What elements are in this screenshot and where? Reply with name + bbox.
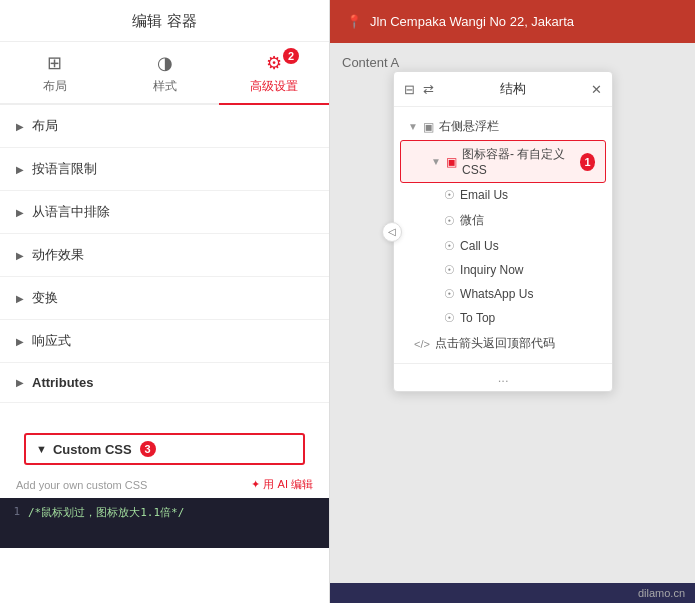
tree-label-icon-container: 图标容器- 有自定义CSS — [462, 146, 571, 177]
section-transform-label: 变换 — [32, 289, 58, 307]
location-icon: 📍 — [346, 14, 362, 29]
collapse-arrow-icon: ▼ — [36, 443, 47, 455]
advanced-badge: 2 — [283, 48, 299, 64]
tree-label-floating-sidebar: 右侧悬浮栏 — [439, 118, 499, 135]
structure-connect-icon[interactable]: ⇄ — [423, 82, 434, 97]
custom-css-badge: 3 — [140, 441, 156, 457]
tree-label-call-us: Call Us — [460, 239, 499, 253]
section-attributes[interactable]: ▶ Attributes — [0, 363, 329, 403]
bottom-bar-text: dilamo.cn — [638, 587, 685, 599]
settings-panel-body: ▶ 布局 ▶ 按语言限制 ▶ 从语言中排除 ▶ 动作效果 ▶ 变换 ▶ 响应式 … — [0, 105, 329, 603]
code-icon: </> — [414, 338, 430, 350]
structure-body: ▼ ▣ 右侧悬浮栏 ▼ ▣ 图标容器- 有自定义CSS 1 ☉ Email Us — [394, 107, 612, 363]
tree-container-icon: ▣ — [446, 155, 457, 169]
bottom-bar: dilamo.cn — [330, 583, 695, 603]
collapse-button[interactable]: ◁ — [382, 222, 402, 242]
element-icon: ☉ — [444, 188, 455, 202]
line-number-1: 1 — [0, 505, 28, 520]
structure-title: 结构 — [442, 80, 583, 98]
arrow-icon: ▶ — [16, 293, 24, 304]
content-a-label: Content A — [338, 51, 403, 74]
tree-item-icon-container[interactable]: ▼ ▣ 图标容器- 有自定义CSS 1 — [400, 140, 606, 183]
section-transform[interactable]: ▶ 变换 — [0, 277, 329, 320]
hint-text: Add your own custom CSS — [16, 479, 147, 491]
left-panel: 编辑 容器 ⊞ 布局 ◑ 样式 ⚙ 高级设置 2 ▶ 布局 ▶ 按语言限制 ▶ … — [0, 0, 330, 603]
tab-advanced[interactable]: ⚙ 高级设置 2 — [219, 42, 329, 105]
code-line-1: 1 /*鼠标划过，图标放大1.1倍*/ — [0, 504, 329, 521]
arrow-icon: ▶ — [16, 250, 24, 261]
tree-arrow-icon: ▼ — [408, 121, 418, 132]
element-icon: ☉ — [444, 239, 455, 253]
tree-label-email-us: Email Us — [460, 188, 508, 202]
section-layout-label: 布局 — [32, 117, 58, 135]
content-area: Content A ◁ ⊟ ⇄ 结构 ✕ ▼ ▣ 右侧悬浮栏 ▼ — [330, 43, 695, 583]
element-icon: ☉ — [444, 263, 455, 277]
element-icon: ☉ — [444, 214, 455, 228]
tree-label-back-to-top: 点击箭头返回顶部代码 — [435, 335, 555, 352]
section-exclude-language[interactable]: ▶ 从语言中排除 — [0, 191, 329, 234]
arrow-icon: ▶ — [16, 336, 24, 347]
structure-header: ⊟ ⇄ 结构 ✕ — [394, 72, 612, 107]
line-content-1: /*鼠标划过，图标放大1.1倍*/ — [28, 505, 184, 520]
section-layout[interactable]: ▶ 布局 — [0, 105, 329, 148]
section-language-limit-label: 按语言限制 — [32, 160, 97, 178]
section-motion-label: 动作效果 — [32, 246, 84, 264]
tab-advanced-label: 高级设置 — [250, 78, 298, 95]
tree-item-email-us[interactable]: ☉ Email Us — [394, 183, 612, 207]
structure-layout-icon[interactable]: ⊟ — [404, 82, 415, 97]
arrow-icon: ▶ — [16, 121, 24, 132]
tree-item-whatsapp-us[interactable]: ☉ WhatsApp Us — [394, 282, 612, 306]
tree-item-call-us[interactable]: ☉ Call Us — [394, 234, 612, 258]
gear-icon: ⚙ — [266, 52, 282, 74]
custom-css-section[interactable]: ▼ Custom CSS 3 — [24, 433, 305, 465]
tab-layout[interactable]: ⊞ 布局 — [0, 42, 110, 105]
tab-layout-label: 布局 — [43, 78, 67, 95]
arrow-icon: ▶ — [16, 377, 24, 388]
tree-item-to-top[interactable]: ☉ To Top — [394, 306, 612, 330]
tree-label-wechat: 微信 — [460, 212, 484, 229]
element-icon: ☉ — [444, 287, 455, 301]
tree-item-inquiry-now[interactable]: ☉ Inquiry Now — [394, 258, 612, 282]
structure-panel: ◁ ⊟ ⇄ 结构 ✕ ▼ ▣ 右侧悬浮栏 ▼ ▣ 图标容器- 有自定义CSS — [393, 71, 613, 392]
section-responsive-label: 响应式 — [32, 332, 71, 350]
tree-item-back-to-top[interactable]: </> 点击箭头返回顶部代码 — [394, 330, 612, 357]
custom-css-label: Custom CSS — [53, 442, 132, 457]
section-language-limit[interactable]: ▶ 按语言限制 — [0, 148, 329, 191]
layout-icon: ⊞ — [47, 52, 62, 74]
arrow-icon: ▶ — [16, 207, 24, 218]
element-icon: ☉ — [444, 311, 455, 325]
item-badge-1: 1 — [580, 153, 595, 171]
tree-label-inquiry-now: Inquiry Now — [460, 263, 523, 277]
tree-item-floating-sidebar[interactable]: ▼ ▣ 右侧悬浮栏 — [394, 113, 612, 140]
tree-label-to-top: To Top — [460, 311, 495, 325]
structure-footer[interactable]: ... — [394, 363, 612, 391]
tree-item-wechat[interactable]: ☉ 微信 — [394, 207, 612, 234]
ai-edit-button[interactable]: ✦ 用 AI 编辑 — [251, 477, 313, 492]
structure-close-icon[interactable]: ✕ — [591, 82, 602, 97]
tree-label-whatsapp-us: WhatsApp Us — [460, 287, 533, 301]
tree-container-icon: ▣ — [423, 120, 434, 134]
section-responsive[interactable]: ▶ 响应式 — [0, 320, 329, 363]
panel-title: 编辑 容器 — [0, 0, 329, 42]
tab-style[interactable]: ◑ 样式 — [110, 42, 220, 105]
code-editor[interactable]: 1 /*鼠标划过，图标放大1.1倍*/ — [0, 498, 329, 548]
style-icon: ◑ — [157, 52, 173, 74]
section-motion[interactable]: ▶ 动作效果 — [0, 234, 329, 277]
arrow-icon: ▶ — [16, 164, 24, 175]
tree-arrow-icon: ▼ — [431, 156, 441, 167]
page-header: 📍 Jln Cempaka Wangi No 22, Jakarta — [330, 0, 695, 43]
section-attributes-label: Attributes — [32, 375, 93, 390]
header-address: Jln Cempaka Wangi No 22, Jakarta — [370, 14, 574, 29]
section-exclude-language-label: 从语言中排除 — [32, 203, 110, 221]
right-panel: 📍 Jln Cempaka Wangi No 22, Jakarta Conte… — [330, 0, 695, 603]
custom-css-hint: Add your own custom CSS ✦ 用 AI 编辑 — [0, 473, 329, 498]
tab-style-label: 样式 — [153, 78, 177, 95]
tab-bar: ⊞ 布局 ◑ 样式 ⚙ 高级设置 2 — [0, 42, 329, 105]
